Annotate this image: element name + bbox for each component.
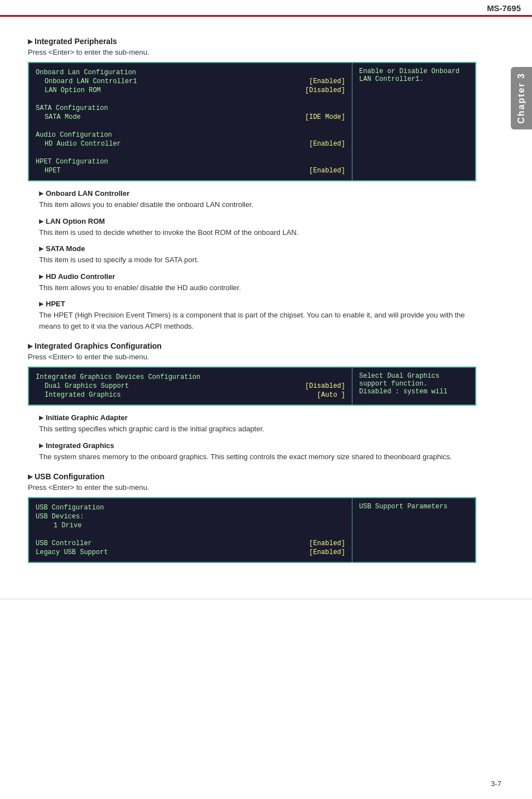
top-bar: MS-7695 [0, 0, 532, 17]
bios-row: Onboard LAN Controller1[Enabled] [36, 78, 345, 85]
sub-desc-onboard-lan-controller: This item allows you to enable/ disable … [39, 199, 476, 210]
page-number: 3-7 [491, 779, 501, 788]
bios-row [36, 531, 345, 538]
sub-desc-hpet: The HPET (High Precision Event Timers) i… [39, 310, 476, 331]
sub-title-hd-audio-controller: HD Audio Controller [39, 272, 476, 281]
bios-table-help-usb: USB Support Parameters [352, 498, 475, 562]
bios-table-left-graphics: Integrated Graphics Devices Configuratio… [29, 368, 352, 405]
bios-table-usb: USB Configuration USB Devices: 1 Drive U… [28, 497, 476, 563]
sub-desc-initiate-graphic-adapter: This setting specifies which graphic car… [39, 423, 476, 435]
section-desc-integrated-peripherals: Press <Enter> to enter the sub-menu. [28, 48, 476, 56]
bios-row: 1 Drive [36, 522, 345, 530]
sub-desc-hd-audio-controller: This item allows you to enable/ disable … [39, 282, 476, 293]
section-integrated-peripherals: Integrated Peripherals Press <Enter> to … [28, 37, 476, 331]
bios-row: Integrated Graphics[Auto ] [36, 391, 345, 399]
sub-title-hpet: HPET [39, 300, 476, 308]
bios-row: USB Configuration [36, 504, 345, 512]
section-title-usb-configuration: USB Configuration [28, 472, 476, 481]
section-integrated-graphics: Integrated Graphics Configuration Press … [28, 341, 476, 462]
bios-table-help-graphics: Select Dual Graphics support function.Di… [352, 368, 475, 405]
bios-table-left-usb: USB Configuration USB Devices: 1 Drive U… [29, 498, 352, 562]
section-title-integrated-peripherals: Integrated Peripherals [28, 37, 476, 46]
bios-row: HD Audio Controller[Enabled] [36, 140, 345, 148]
bios-row: Dual Graphics Support[Disabled] [36, 382, 345, 390]
bios-row: USB Devices: [36, 513, 345, 521]
bios-row: Onboard Lan Configuration [36, 69, 345, 76]
sub-title-integrated-graphics: Integrated Graphics [39, 441, 476, 450]
page-divider [0, 599, 532, 599]
main-content: Integrated Peripherals Press <Enter> to … [0, 17, 510, 588]
section-title-integrated-graphics: Integrated Graphics Configuration [28, 341, 476, 350]
bios-table-help-peripherals: Enable or Disable Onboard LAN Controller… [352, 63, 475, 180]
bios-row: SATA Configuration [36, 104, 345, 112]
page-title: MS-7695 [487, 3, 521, 13]
bios-row [36, 149, 345, 157]
bios-row: LAN Option ROM[Disabled] [36, 86, 345, 94]
section-desc-usb-configuration: Press <Enter> to enter the sub-menu. [28, 483, 476, 492]
chapter-tab: Chapter 3 [511, 67, 532, 129]
bios-row: Integrated Graphics Devices Configuratio… [36, 373, 345, 381]
sub-desc-sata-mode: This item is used to specify a mode for … [39, 254, 476, 266]
bios-table-graphics: Integrated Graphics Devices Configuratio… [28, 367, 476, 406]
bios-table-left-peripherals: Onboard Lan Configuration Onboard LAN Co… [29, 63, 352, 180]
bios-row: HPET[Enabled] [36, 167, 345, 175]
bios-table-peripherals: Onboard Lan Configuration Onboard LAN Co… [28, 62, 476, 181]
bios-row [36, 95, 345, 103]
sub-title-onboard-lan-controller: Onboard LAN Controller [39, 189, 476, 198]
chapter-label: Chapter 3 [516, 73, 526, 124]
sub-desc-lan-option-rom: This item is used to decide whether to i… [39, 227, 476, 238]
section-desc-integrated-graphics: Press <Enter> to enter the sub-menu. [28, 353, 476, 361]
sub-title-sata-mode: SATA Mode [39, 244, 476, 253]
bios-row: USB Controller[Enabled] [36, 540, 345, 547]
bios-row: SATA Mode[IDE Mode] [36, 113, 345, 121]
bios-row: Audio Configuration [36, 131, 345, 139]
sub-desc-integrated-graphics: The system shares memory to the onboard … [39, 451, 476, 463]
sub-title-lan-option-rom: LAN Option ROM [39, 217, 476, 225]
section-usb-configuration: USB Configuration Press <Enter> to enter… [28, 472, 476, 563]
bios-row: HPET Configuration [36, 158, 345, 166]
bios-row: Legacy USB Support[Enabled] [36, 548, 345, 556]
bios-row [36, 122, 345, 130]
sub-title-initiate-graphic-adapter: Initiate Graphic Adapter [39, 413, 476, 422]
